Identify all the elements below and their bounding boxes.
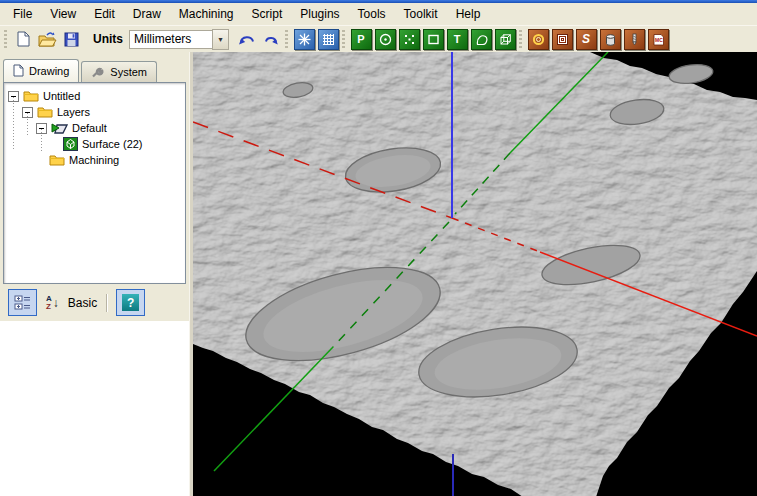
tree-item-label: Default <box>72 122 107 134</box>
wrench-icon <box>91 65 105 78</box>
units-dropdown-button[interactable]: ▾ <box>212 29 229 50</box>
points-icon <box>399 29 420 50</box>
engrave-toolpath-icon: S <box>576 29 597 50</box>
tree-item-label: Untitled <box>43 90 80 102</box>
tab-drawing-label: Drawing <box>29 65 69 77</box>
polyline-icon: P <box>351 29 372 50</box>
units-combobox[interactable]: Millimeters <box>129 30 212 49</box>
tree-item-surface[interactable]: Surface (22) <box>4 136 185 152</box>
properties-toolbar: A Z ↓ Basic ? <box>0 284 189 321</box>
roughing-toolpath-button[interactable] <box>598 28 622 51</box>
toolbar-grip[interactable] <box>519 30 522 48</box>
sort-az-icon: A Z <box>46 295 52 311</box>
menu-view[interactable]: View <box>41 3 85 25</box>
draw-text-button[interactable]: T <box>445 28 469 51</box>
tab-drawing[interactable]: Drawing <box>3 59 79 82</box>
open-file-button[interactable] <box>35 28 59 51</box>
3d-viewport[interactable] <box>193 52 757 496</box>
new-file-icon <box>16 31 30 47</box>
snap-grid-button[interactable] <box>316 28 340 51</box>
units-label: Units <box>93 32 123 46</box>
folder-icon <box>49 154 65 166</box>
toolbar-grip[interactable] <box>342 30 345 48</box>
layer-current-icon <box>51 122 68 134</box>
categorized-icon <box>14 295 31 310</box>
profile-toolpath-button[interactable] <box>526 28 550 51</box>
pocket-toolpath-button[interactable] <box>550 28 574 51</box>
engrave-toolpath-button[interactable]: S <box>574 28 598 51</box>
snap-grid-icon <box>318 29 339 50</box>
tree-connector <box>41 129 42 151</box>
toolbar-grip[interactable] <box>4 30 7 48</box>
menu-edit[interactable]: Edit <box>85 3 124 25</box>
arrow-down-icon: ↓ <box>53 296 59 310</box>
chevron-down-icon: ▾ <box>218 35 222 44</box>
menu-draw[interactable]: Draw <box>124 3 170 25</box>
tree-item-label: Surface (22) <box>82 138 143 150</box>
draw-points-button[interactable] <box>397 28 421 51</box>
tree-item-layers[interactable]: Layers <box>4 104 185 120</box>
pocket-toolpath-icon <box>552 29 573 50</box>
property-view-label: Basic <box>68 296 97 310</box>
gcode-file-button[interactable]: MC <box>646 28 670 51</box>
redo-button[interactable] <box>259 28 283 51</box>
draw-polyline-button[interactable]: P <box>349 28 373 51</box>
tab-system[interactable]: System <box>81 61 157 82</box>
roughing-toolpath-icon <box>600 29 621 50</box>
menu-file[interactable]: File <box>4 3 41 25</box>
tree-connector <box>13 97 14 151</box>
menu-toolkit[interactable]: Toolkit <box>395 3 447 25</box>
separator <box>106 294 107 312</box>
curve-icon <box>471 29 492 50</box>
rectangle-icon <box>423 29 444 50</box>
sort-alphabetical-button[interactable]: A Z ↓ <box>46 295 59 311</box>
tree-item-untitled[interactable]: Untitled <box>4 88 185 104</box>
menu-help[interactable]: Help <box>447 3 490 25</box>
save-file-icon <box>64 32 79 47</box>
draw-curve-button[interactable] <box>469 28 493 51</box>
main-area: Drawing System Untitled <box>0 52 757 496</box>
drawing-tree: Untitled Layers Default <box>3 82 186 284</box>
categorized-view-button[interactable] <box>8 289 37 316</box>
folder-icon <box>23 90 39 102</box>
draw-circle-button[interactable] <box>373 28 397 51</box>
draw-surface-button[interactable] <box>493 28 517 51</box>
svg-text:MC: MC <box>655 37 663 43</box>
menu-script[interactable]: Script <box>243 3 292 25</box>
folder-icon <box>37 106 53 118</box>
help-icon: ? <box>122 294 139 311</box>
help-button[interactable]: ? <box>116 289 145 316</box>
gcode-file-icon: MC <box>648 29 669 50</box>
surface-tool-icon <box>495 29 516 50</box>
undo-icon <box>238 32 256 46</box>
undo-button[interactable] <box>235 28 259 51</box>
surface-cube-icon <box>63 137 78 151</box>
circle-icon <box>375 29 396 50</box>
page-icon <box>13 64 24 77</box>
open-file-icon <box>38 31 57 47</box>
drill-toolpath-button[interactable] <box>622 28 646 51</box>
tree-item-label: Machining <box>69 154 119 166</box>
tree-connector <box>27 113 28 135</box>
drill-toolpath-icon <box>624 29 645 50</box>
menu-plugins[interactable]: Plugins <box>291 3 348 25</box>
save-file-button[interactable] <box>59 28 83 51</box>
sidebar: Drawing System Untitled <box>0 52 189 496</box>
tree-item-default-layer[interactable]: Default <box>4 120 185 136</box>
new-file-button[interactable] <box>11 28 35 51</box>
menu-tools[interactable]: Tools <box>349 3 395 25</box>
toolbar-grip[interactable] <box>285 30 288 48</box>
sidebar-tabs: Drawing System <box>0 52 189 82</box>
menubar: File View Edit Draw Machining Script Plu… <box>0 3 757 25</box>
tab-system-label: System <box>110 66 147 78</box>
snap-point-button[interactable] <box>292 28 316 51</box>
tree-item-machining[interactable]: Machining <box>4 152 185 168</box>
snap-point-icon <box>294 29 315 50</box>
draw-rectangle-button[interactable] <box>421 28 445 51</box>
terrain-scene <box>193 52 757 496</box>
menu-machining[interactable]: Machining <box>170 3 243 25</box>
redo-icon <box>263 33 279 46</box>
profile-toolpath-icon <box>528 29 549 50</box>
properties-panel <box>0 321 189 496</box>
toolbar: Units Millimeters ▾ <box>0 25 757 52</box>
